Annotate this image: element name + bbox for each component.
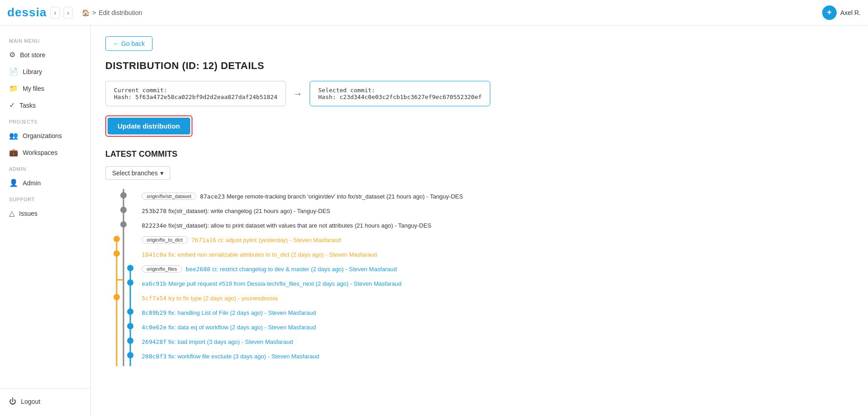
commit-hash: 822234e (142, 222, 167, 229)
commit-line: origin/fix_to_dict7b71a16 ci: adjust pyl… (142, 233, 853, 247)
svg-point-8 (113, 250, 120, 257)
svg-point-5 (120, 207, 127, 213)
commit-line: ea6c91b Merge pull request #519 from Des… (142, 276, 853, 291)
commit-hash: ea6c91b (142, 280, 167, 287)
update-distribution-button[interactable]: Update distribution (108, 118, 190, 134)
update-btn-wrapper: Update distribution (105, 115, 192, 137)
commit-line: 822234e fix(str_dataset): allow to print… (142, 218, 853, 233)
sidebar-item-label: Logout (21, 398, 40, 405)
sidebar-item-bot-store[interactable]: ⚙ Bot store (0, 46, 90, 63)
select-branches-label: Select branches (112, 169, 158, 177)
latest-commits-title: LATEST COMMITS (105, 149, 853, 159)
sidebar-item-tasks[interactable]: ✓ Tasks (0, 97, 90, 114)
commit-line: origin/fix_filesbee2688 ci: restrict cha… (142, 262, 853, 276)
main-content: ← Go back DISTRIBUTION (ID: 12) DETAILS … (91, 25, 868, 417)
current-commit-box: Current commit: Hash: 5f63a472e58ca022bf… (105, 81, 286, 106)
workspaces-icon: 💼 (9, 148, 18, 157)
svg-point-6 (120, 221, 127, 228)
breadcrumb-current: Edit distribution (99, 9, 142, 16)
admin-icon: 👤 (9, 179, 18, 187)
commit-hash: 4c0e62e (142, 324, 167, 331)
svg-point-13 (127, 323, 133, 329)
commit-message: fix: bad import (3 days ago) - Steven Ma… (168, 338, 293, 345)
commit-graph-svg (105, 189, 142, 366)
admin-label: Admin (0, 161, 90, 174)
commit-line: 8c89b29 fix: handling List of File (2 da… (142, 305, 853, 320)
commit-line: 208c8f3 fix: workflow file exclude (3 da… (142, 349, 853, 363)
commit-message: ci: adjust pylint (yesterday) - Steven M… (218, 237, 341, 243)
user-area: + Axel R. (822, 5, 861, 20)
commit-message: ci: restrict changelog to dev & master (… (212, 266, 397, 273)
sidebar-item-label: Workspaces (23, 149, 58, 156)
user-name: Axel R. (840, 9, 861, 16)
commit-row: Current commit: Hash: 5f63a472e58ca022bf… (105, 81, 853, 106)
page-title: DISTRIBUTION (ID: 12) DETAILS (105, 60, 853, 72)
bot-store-icon: ⚙ (9, 50, 15, 59)
svg-point-15 (127, 352, 133, 358)
nav-back-button[interactable]: ‹ (50, 7, 60, 19)
svg-point-12 (127, 308, 133, 315)
my-files-icon: 📁 (9, 84, 18, 93)
sidebar-item-label: My files (23, 85, 44, 92)
commit-hash: bee2688 (186, 266, 211, 273)
sidebar-item-logout[interactable]: ⏻ Logout (0, 393, 90, 410)
issues-icon: △ (9, 209, 15, 218)
main-menu-label: Main menu (0, 33, 90, 46)
graph-column (105, 189, 142, 366)
support-label: Support (0, 191, 90, 205)
home-icon[interactable]: 🏠 (82, 9, 89, 16)
breadcrumb-separator: > (92, 9, 96, 16)
commit-line: 4c0e62e fix: data eq of workflow (2 days… (142, 320, 853, 334)
current-commit-hash: Hash: 5f63a472e58ca022bf9d2d2eaa827daf24… (114, 94, 277, 100)
sidebar-item-library[interactable]: 📄 Library (0, 63, 90, 80)
commit-line: 253b278 fix(str_dataset): write changelo… (142, 204, 853, 218)
chevron-down-icon: ▾ (160, 169, 163, 177)
svg-point-7 (113, 236, 120, 242)
sidebar-item-label: Tasks (20, 102, 36, 109)
commit-line: 1841c0a fix: embed non serializable attr… (142, 247, 853, 262)
sidebar-item-label: Admin (23, 179, 41, 187)
sidebar-item-label: Organizations (23, 132, 62, 139)
logo: dessia (7, 5, 47, 20)
commit-line: origin/fix/str_dataset87ace23 Merge remo… (142, 189, 853, 204)
select-branches-button[interactable]: Select branches ▾ (105, 166, 170, 180)
selected-commit-box: Selected commit: Hash: c23d344c0e03c2fcb… (310, 81, 490, 106)
logout-icon: ⏻ (9, 397, 16, 406)
commit-hash: 269428f (142, 338, 167, 345)
commit-message: fix: workflow file exclude (3 days ago) … (168, 353, 319, 360)
nav-forward-button[interactable]: › (64, 7, 73, 19)
svg-point-14 (127, 338, 133, 344)
branch-tag: origin/fix_files (142, 265, 182, 273)
commit-hash: 1841c0a (142, 251, 167, 258)
branch-tag: origin/fix/str_dataset (142, 193, 196, 200)
commit-message: Merge pull request #519 from Dessia-tech… (168, 280, 402, 287)
sidebar-item-admin[interactable]: 👤 Admin (0, 174, 90, 191)
commit-hash: 8c89b29 (142, 309, 167, 316)
projects-label: Projects (0, 114, 90, 127)
svg-point-4 (120, 192, 127, 199)
sidebar-item-issues[interactable]: △ Issues (0, 205, 90, 222)
commit-hash: 5cf7a54 (142, 295, 167, 302)
avatar: + (822, 5, 837, 20)
commit-message: fix(str_dataset): write changelog (21 ho… (168, 208, 330, 214)
sidebar-item-label: Bot store (20, 51, 45, 59)
arrow-icon: → (293, 89, 302, 99)
commit-line: 5cf7a54 try to fix type (2 days ago) - y… (142, 291, 853, 305)
commit-hash: 208c8f3 (142, 353, 167, 360)
sidebar-item-workspaces[interactable]: 💼 Workspaces (0, 144, 90, 161)
branch-tag: origin/fix_to_dict (142, 236, 188, 243)
tasks-icon: ✓ (9, 101, 15, 109)
commit-message: fix: embed non serializable attributes i… (168, 251, 377, 258)
svg-point-10 (127, 279, 133, 286)
selected-commit-label: Selected commit: (318, 87, 482, 94)
commit-hash: 87ace23 (200, 193, 225, 200)
sidebar-item-my-files[interactable]: 📁 My files (0, 80, 90, 97)
library-icon: 📄 (9, 67, 18, 76)
sidebar-item-organizations[interactable]: 👥 Organizations (0, 127, 90, 144)
go-back-button[interactable]: ← Go back (105, 36, 153, 51)
sidebar-item-label: Library (23, 68, 42, 75)
commit-hash: 253b278 (142, 208, 167, 214)
sidebar-item-label: Issues (19, 210, 37, 217)
current-commit-label: Current commit: (114, 87, 277, 94)
commits-list: origin/fix/str_dataset87ace23 Merge remo… (142, 189, 853, 366)
